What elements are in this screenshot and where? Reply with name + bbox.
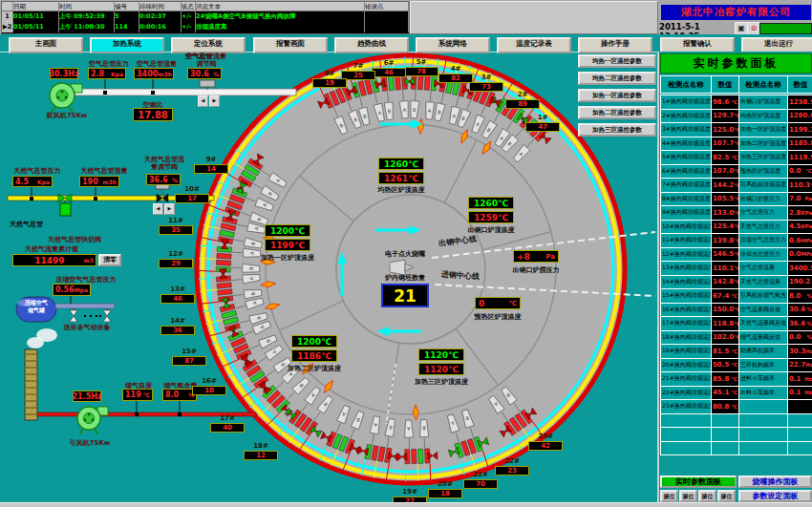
zone-param-button-0[interactable]: 均热一区温控参数 [578,54,656,68]
zone-label: 均热区炉顶温度 [358,185,444,195]
alarm-col-header: 时间 [59,2,115,11]
alarm-cell: 01/05/11 [13,22,59,32]
station-label-11#: 11# [157,217,195,224]
panel-value-cell: 98.6℃ [712,95,738,109]
panel-value: 0.0 [789,167,801,175]
panel-value: 45.1 [713,389,729,396]
panel-value: 85.8 [713,375,729,383]
panel-unit: ℃ [805,168,812,174]
station-value-display-14#: 36 [160,326,195,335]
panel-name-cell: 9#换向阀排烟温度 [661,206,711,220]
station-label-17#: 17# [208,414,246,422]
air-jog-open-icon[interactable]: ◀ [198,95,208,107]
panel-unit: ℃ [734,321,738,327]
station-label-16#: 16# [190,377,228,385]
air-main-pipe [75,89,296,95]
panel-unit: % [806,321,812,327]
zone-value-display: +8Pa [513,250,559,263]
panel-value-cell: 1258.9℃ [788,95,812,109]
params-panel-button[interactable]: 参数设定面板 [738,490,812,502]
panel-unit: Hz [805,349,812,354]
camera-position-button-2[interactable]: 摄位3 [698,490,716,502]
panel-value: 107.7 [713,139,734,147]
gas-jog-open-icon[interactable]: ◀ [153,203,163,215]
panel-unit: ℃ [731,155,737,160]
compressed-air-pipe [55,304,115,308]
station-value-display-1#: 47 [525,122,560,132]
panel-value: 30.6 [789,306,805,313]
zone-temp-display: 1259℃ [468,211,514,223]
station-label-2#: 2# [503,91,542,98]
zone-value: +8 [517,252,530,262]
panel-value-cell: 105.5℃ [712,193,738,206]
panel-value: 1260.6 [789,112,812,119]
panel-value-cell: 2.8KPa [788,206,812,220]
panel-name-cell: 三环机构频率 [739,359,787,372]
alarm-mute-icon[interactable]: ⊘ [747,22,760,35]
gas-valve-label: 天然气总管流量调节阀 [141,157,187,171]
zone-param-button-4[interactable]: 加热三区温控参数 [578,123,656,137]
station-label-21#: 21# [461,471,500,478]
gas-total-clear-button[interactable]: 清零 [98,254,121,266]
panel-value-cell: 110.1℃ [712,262,738,275]
panel-name-cell: 16#换向阀排烟温度 [661,304,711,317]
panel-name-cell: 2#换向阀排烟温度 [661,110,711,123]
panel-name-cell: 加热二区炉顶温度 [739,137,787,151]
zone-param-button-3[interactable]: 加热二区温控参数 [578,106,656,119]
panel-value: 50.5 [713,361,729,369]
id-fan-freq-display: 21.5Hz [73,391,101,402]
panel-value-cell: 125.4℃ [712,221,738,234]
panel-name-cell: 23#换向阀排烟温度 [661,400,711,413]
panel-value-cell: 85.8℃ [712,372,738,386]
panel-value: 139.8 [713,237,734,244]
alarm-cell: 01/05/11 [13,11,59,22]
gas-pressure-display: 4.5Kpa [12,176,53,187]
burner-panel-button[interactable]: 烧嘴操作面板 [738,475,812,488]
to-devices-label: 送至各气动设备 [53,323,120,332]
panel-name-cell: 空气流量阀反馈 [739,304,787,317]
panel-value-cell: 102.0℃ [712,331,738,345]
station-value-display-8#: 19 [312,78,347,88]
gas-quick-cut-valve-icon[interactable] [60,203,71,216]
blower-label: 鼓风机75Kw [38,111,96,120]
gas-jog-close-icon[interactable]: ▶ [164,203,175,215]
station-label-4#: 4# [437,65,475,73]
induced-draft-fan-icon [77,407,108,433]
panel-name-cell: 17#换向阀排烟温度 [661,317,711,330]
camera-position-button-3[interactable]: 摄位4 [717,490,736,502]
alarm-table[interactable]: 日期时间编号持续时间状态消息文本错误点101/05/11上午 09:52:395… [1,1,410,34]
panel-header-cell: 检测点名称 [739,76,787,93]
alarm-row[interactable]: ▶201/05/11上午 11:00:301140:00:16+/-排烟温度高 [2,22,409,32]
panel-name-cell: 出钢口炉顶温度 [739,95,787,109]
station-value-display-23#: 42 [528,441,563,451]
realtime-parameter-panel: 实时参数面板 检测点名称数值检测点名称数值 1#换向阀排烟温度98.6℃出钢口炉… [657,52,812,507]
panel-value-cell: 7.0Pa [788,193,812,206]
air-jog-close-icon[interactable]: ▶ [209,95,220,107]
panel-value-cell: 22.7Hz [788,359,812,372]
panel-value: 125.0 [713,126,734,134]
panel-name-cell: 5#换向阀排烟温度 [661,151,711,164]
panel-value: 102.0 [713,333,734,341]
panel-value: 22.7 [789,361,805,369]
camera-position-button-0[interactable]: 摄位1 [660,490,678,502]
alarm-bar: 日期时间编号持续时间状态消息文本错误点101/05/11上午 09:52:395… [0,0,812,34]
alarm-log-icon[interactable]: ▣ [735,22,748,35]
panel-value-cell [788,400,812,413]
run-status-bar [759,23,812,34]
zone-value: 0 [479,299,484,308]
alarm-row[interactable]: 101/05/11上午 09:52:3950:02:37+/-2#烧嘴A侧空气B… [2,11,409,22]
zone-param-button-1[interactable]: 均热二区温控参数 [578,72,656,85]
gas-control-valve-icon[interactable] [157,194,168,202]
camera-position-button-1[interactable]: 摄位2 [679,490,697,502]
realtime-panel-button[interactable]: 实时参数面板 [660,475,737,488]
station-value-display-5#: 78 [404,67,438,76]
hmi-heating-system-screen: 日期时间编号持续时间状态消息文本错误点101/05/11上午 09:52:395… [0,0,812,507]
zone-param-button-2[interactable]: 加热一区温控参数 [578,89,656,102]
billet-count-display: 21 [381,284,429,307]
panel-column-headers: 检测点名称数值检测点名称数值 [660,75,812,94]
id-fan-label: 引风机75Kw [63,438,117,448]
panel-unit: ℃ [731,349,737,354]
station-label-9#: 9# [192,156,230,163]
gas-quick-valve-label: 天然气总管快切阀 [36,235,113,244]
zone-label: 加热二区炉顶温度 [271,364,357,373]
